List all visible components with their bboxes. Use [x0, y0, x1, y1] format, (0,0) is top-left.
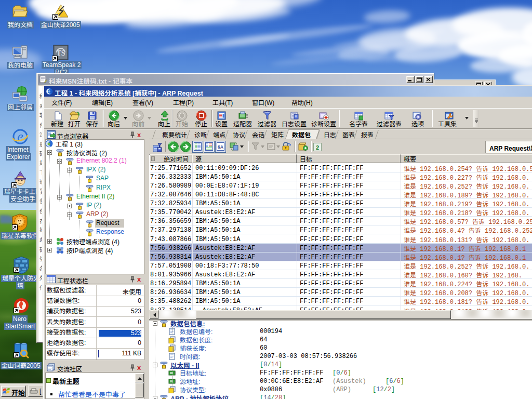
- svg-text:2: 2: [316, 144, 319, 151]
- svg-text:e: e: [17, 129, 23, 144]
- svg-text:6A: 6A: [218, 144, 224, 150]
